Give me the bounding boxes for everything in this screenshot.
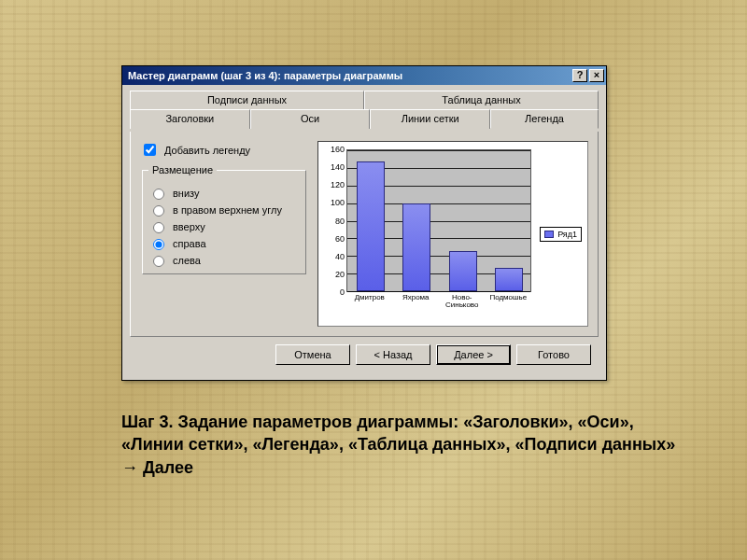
tab-data-labels[interactable]: Подписи данных — [130, 91, 364, 109]
tab-legend[interactable]: Легенда — [490, 109, 599, 129]
placement-group: Размещение внизу в правом верхнем углу в… — [142, 164, 306, 274]
y-tick-label: 60 — [320, 234, 345, 244]
plot-area — [346, 149, 531, 292]
chart-preview: Ряд1 020406080100120140160ДмитровЯхромаН… — [317, 141, 588, 327]
y-tick-label: 100 — [320, 198, 345, 207]
y-tick-label: 40 — [320, 252, 345, 261]
finish-button[interactable]: Готово — [516, 344, 591, 365]
bar — [495, 268, 523, 291]
next-button[interactable]: Далее > — [436, 344, 511, 365]
add-legend-input[interactable] — [144, 144, 156, 156]
titlebar[interactable]: Мастер диаграмм (шаг 3 из 4): параметры … — [122, 66, 606, 85]
cancel-button[interactable]: Отмена — [275, 344, 350, 365]
close-button[interactable]: × — [589, 69, 604, 82]
x-tick-label: Ново-Синьково — [440, 294, 485, 310]
bar — [402, 203, 430, 291]
legend-swatch — [544, 231, 554, 238]
placement-option-bottom[interactable]: внизу — [148, 186, 300, 200]
chart-wizard-dialog: Мастер диаграмм (шаг 3 из 4): параметры … — [121, 65, 607, 381]
placement-option-corner[interactable]: в правом верхнем углу — [148, 203, 300, 217]
bar — [357, 161, 385, 291]
placement-option-left[interactable]: слева — [148, 253, 300, 267]
y-tick-label: 80 — [320, 217, 345, 226]
y-tick-label: 0 — [320, 287, 345, 297]
tab-data-table[interactable]: Таблица данных — [364, 91, 599, 109]
tab-titles[interactable]: Заголовки — [130, 109, 250, 129]
add-legend-label: Добавить легенду — [164, 145, 250, 156]
window-title: Мастер диаграмм (шаг 3 из 4): параметры … — [128, 70, 402, 81]
tab-bar: Подписи данных Таблица данных Заголовки … — [130, 91, 599, 132]
placement-label: Размещение — [148, 164, 217, 175]
bar — [449, 251, 477, 291]
slide-caption: Шаг 3. Задание параметров диаграммы: «За… — [121, 411, 691, 479]
x-tick-label: Яхрома — [393, 294, 438, 301]
tab-panel-legend: Добавить легенду Размещение внизу в прав… — [130, 132, 599, 337]
x-tick-label: Дмитров — [347, 294, 392, 301]
y-tick-label: 140 — [320, 162, 345, 172]
back-button[interactable]: < Назад — [356, 344, 430, 365]
add-legend-checkbox[interactable]: Добавить легенду — [140, 141, 308, 159]
x-tick-label: Подмошье — [486, 294, 530, 301]
placement-option-right[interactable]: справа — [148, 236, 300, 250]
chart-legend: Ряд1 — [540, 227, 582, 242]
wizard-buttons: Отмена < Назад Далее > Готово — [130, 337, 599, 372]
y-tick-label: 160 — [320, 145, 345, 154]
tab-axes[interactable]: Оси — [250, 109, 371, 129]
y-tick-label: 20 — [320, 270, 345, 279]
tab-gridlines[interactable]: Линии сетки — [370, 109, 490, 129]
y-tick-label: 120 — [320, 180, 345, 189]
legend-series-name: Ряд1 — [557, 230, 577, 239]
placement-option-top[interactable]: вверху — [148, 219, 300, 233]
help-button[interactable]: ? — [572, 69, 587, 82]
